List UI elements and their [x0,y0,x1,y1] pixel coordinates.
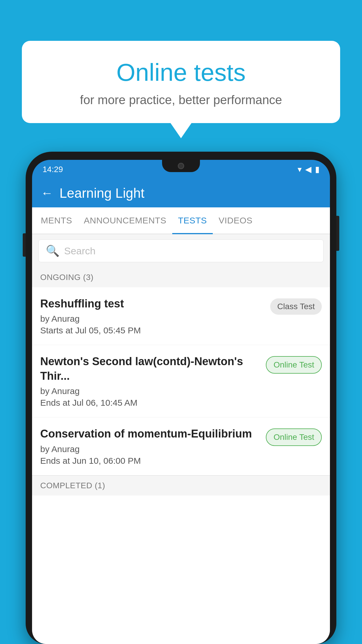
search-icon: 🔍 [46,244,59,257]
completed-section-header: COMPLETED (1) [32,475,330,496]
notch [162,160,200,172]
bubble-subtitle: for more practice, better performance [39,93,323,107]
test-date: Starts at Jul 05, 05:45 PM [40,326,266,335]
volume-button [23,233,26,257]
online-test-badge: Online Test [266,356,322,374]
phone-outer: 14:29 ▾ ◀ ▮ ← Learning Light MENTS [26,152,336,644]
promo-banner: Online tests for more practice, better p… [22,41,340,123]
battery-icon: ▮ [315,164,319,174]
tab-announcements[interactable]: ANNOUNCEMENTS [78,207,172,234]
test-author: by Anurag [40,444,261,454]
status-bar: 14:29 ▾ ◀ ▮ [32,160,330,179]
test-name: Reshuffling test [40,297,266,311]
test-list: Reshuffling test by Anurag Starts at Jul… [32,287,330,475]
test-item[interactable]: Newton's Second law(contd)-Newton's Thir… [32,345,330,417]
back-button[interactable]: ← [41,186,53,200]
tab-tests[interactable]: TESTS [172,207,213,234]
test-item[interactable]: Reshuffling test by Anurag Starts at Jul… [32,287,330,345]
search-bar[interactable]: 🔍 Search [38,239,324,262]
test-author: by Anurag [40,314,266,324]
test-date: Ends at Jul 06, 10:45 AM [40,398,261,408]
test-name: Newton's Second law(contd)-Newton's Thir… [40,354,261,383]
tab-videos[interactable]: VIDEOS [213,207,258,234]
tabs-bar: MENTS ANNOUNCEMENTS TESTS VIDEOS [32,207,330,234]
bubble-title: Online tests [39,58,323,87]
class-test-badge: Class Test [270,298,322,315]
phone-mockup: 14:29 ▾ ◀ ▮ ← Learning Light MENTS [26,152,336,644]
search-container: 🔍 Search [32,234,330,267]
test-author: by Anurag [40,386,261,396]
test-date: Ends at Jun 10, 06:00 PM [40,456,261,466]
power-button [336,216,339,251]
test-name: Conservation of momentum-Equilibrium [40,427,261,441]
signal-icon: ◀ [305,164,312,174]
online-test-badge: Online Test [266,428,322,446]
ongoing-section-header: ONGOING (3) [32,267,330,287]
camera [178,163,184,169]
tab-ments[interactable]: MENTS [35,207,78,234]
app-header: ← Learning Light [32,179,330,207]
phone-screen: ← Learning Light MENTS ANNOUNCEMENTS TES… [32,179,330,644]
test-info: Reshuffling test by Anurag Starts at Jul… [40,297,266,335]
search-input-placeholder[interactable]: Search [64,245,96,257]
speech-bubble: Online tests for more practice, better p… [22,41,340,123]
wifi-icon: ▾ [298,164,302,174]
test-item[interactable]: Conservation of momentum-Equilibrium by … [32,417,330,475]
app-title: Learning Light [59,185,145,201]
status-time: 14:29 [43,165,63,174]
test-info: Newton's Second law(contd)-Newton's Thir… [40,354,261,408]
status-icons: ▾ ◀ ▮ [298,164,319,174]
test-info: Conservation of momentum-Equilibrium by … [40,427,261,466]
